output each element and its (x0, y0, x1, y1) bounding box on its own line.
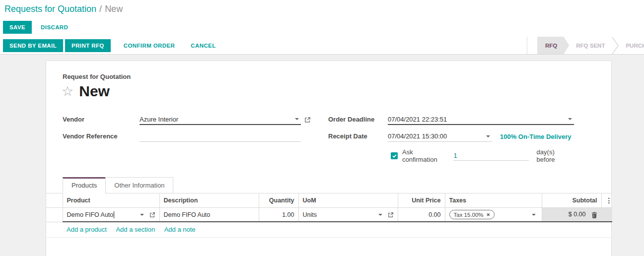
description-cell[interactable]: Demo FIFO Auto (159, 208, 259, 222)
tab-products[interactable]: Products (63, 177, 106, 193)
notebook-tabs: Products Other Information (46, 177, 611, 193)
col-header-subtotal[interactable]: Subtotal (542, 193, 601, 208)
col-header-description[interactable]: Description (159, 193, 259, 208)
col-header-taxes[interactable]: Taxes (445, 193, 542, 208)
remove-tax-icon[interactable]: ✕ (487, 212, 491, 217)
status-pipeline: RFQ RFQ SENT PURCHASE ORDER (527, 37, 644, 54)
chevron-down-icon[interactable] (532, 214, 536, 216)
chevron-down-icon[interactable] (378, 214, 382, 216)
chevron-down-icon[interactable] (486, 135, 490, 137)
form-sheet: Request for Quotation ☆ New Vendor Azure… (46, 61, 612, 256)
vendor-input[interactable]: Azure Interior (140, 114, 301, 125)
page-background: Request for Quotation ☆ New Vendor Azure… (0, 55, 644, 256)
confirm-order-button[interactable]: CONFIRM ORDER (119, 39, 180, 52)
quantity-cell[interactable]: 1.00 (259, 208, 298, 222)
order-lines-table: Product Description Quantity UoM Unit Pr… (46, 193, 612, 238)
status-step-purchase-order[interactable]: PURCHASE ORDER (619, 37, 644, 54)
row-handle-header (46, 193, 63, 208)
vendor-label: Vendor (63, 114, 140, 123)
col-header-product[interactable]: Product (63, 193, 159, 208)
sheet-label: Request for Quotation (63, 73, 611, 80)
product-cell[interactable]: Demo FIFO Auto (63, 208, 159, 222)
save-button[interactable]: SAVE (3, 21, 32, 34)
breadcrumb: Requests for Quotation / New (0, 0, 644, 18)
unit-price-cell[interactable]: 0.00 (398, 208, 445, 222)
ask-confirmation-checkbox[interactable] (391, 152, 398, 159)
open-record-icon[interactable] (304, 117, 311, 123)
favorite-star-icon[interactable]: ☆ (62, 85, 73, 98)
receipt-date-input[interactable]: 07/04/2021 15:30:00 (388, 131, 492, 142)
discard-button[interactable]: DISCARD (36, 21, 73, 34)
tax-tag: Tax 15.00% ✕ (449, 210, 495, 219)
print-rfq-button[interactable]: PRINT RFQ (65, 39, 111, 52)
col-header-quantity[interactable]: Quantity (259, 193, 298, 208)
open-record-icon[interactable] (149, 212, 155, 218)
order-deadline-input[interactable]: 07/04/2021 22:23:51 (388, 114, 574, 125)
chevron-down-icon[interactable] (295, 118, 299, 120)
chevron-right-icon (612, 37, 619, 54)
text-cursor (114, 211, 114, 218)
record-title: New (79, 82, 110, 100)
tab-other-information[interactable]: Other Information (105, 177, 173, 193)
list-footer-row: Add a product Add a section Add a note (46, 222, 612, 238)
add-a-section-link[interactable]: Add a section (116, 226, 155, 233)
cancel-button[interactable]: CANCEL (186, 39, 220, 52)
on-time-delivery-badge[interactable]: 100% On-Time Delivery (500, 133, 572, 140)
ask-confirmation-label: Ask confirmation (402, 148, 449, 163)
statusbar: SEND BY EMAIL PRINT RFQ CONFIRM ORDER CA… (0, 37, 644, 55)
status-step-rfq[interactable]: RFQ (537, 37, 569, 54)
send-by-email-button[interactable]: SEND BY EMAIL (3, 39, 63, 52)
breadcrumb-separator: / (99, 4, 102, 14)
control-bar: SAVE DISCARD (0, 18, 644, 37)
subtotal-cell: $ 0.00 (542, 208, 601, 222)
vendor-reference-input[interactable] (140, 131, 301, 142)
add-a-note-link[interactable]: Add a note (164, 226, 196, 233)
breadcrumb-root-link[interactable]: Requests for Quotation (4, 4, 96, 14)
open-record-icon[interactable] (388, 212, 394, 218)
days-before-input[interactable] (453, 151, 529, 161)
col-header-unit-price[interactable]: Unit Price (398, 193, 445, 208)
table-row: Demo FIFO Auto Demo FIFO Auto 1.00 Units (46, 208, 612, 222)
row-end-cell (601, 208, 612, 222)
table-header-row: Product Description Quantity UoM Unit Pr… (46, 193, 612, 208)
chevron-down-icon[interactable] (140, 214, 144, 216)
order-deadline-label: Order Deadline (328, 114, 388, 123)
delete-row-icon[interactable] (591, 212, 597, 218)
breadcrumb-current: New (105, 4, 123, 14)
vendor-reference-label: Vendor Reference (63, 131, 140, 140)
uom-cell[interactable]: Units (298, 208, 398, 222)
taxes-cell[interactable]: Tax 15.00% ✕ (445, 208, 542, 222)
col-header-uom[interactable]: UoM (298, 193, 398, 208)
row-handle[interactable] (46, 208, 63, 222)
status-step-rfq-sent[interactable]: RFQ SENT (569, 37, 612, 54)
days-before-suffix: day(s) before (537, 148, 574, 163)
receipt-date-label: Receipt Date (328, 131, 388, 140)
chevron-down-icon[interactable] (568, 118, 572, 120)
add-a-product-link[interactable]: Add a product (67, 226, 107, 233)
optional-columns-icon[interactable]: ⋮ (601, 193, 612, 208)
